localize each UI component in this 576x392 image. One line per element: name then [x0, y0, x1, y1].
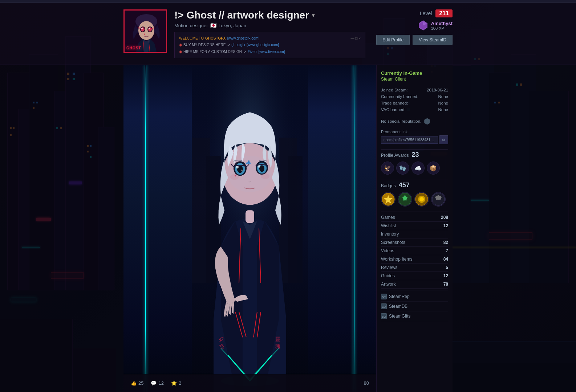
badges-row: [381, 192, 448, 207]
games-value: 208: [441, 215, 448, 220]
steamgifts-link[interactable]: SG SteamGifts: [381, 311, 448, 321]
artwork-row[interactable]: Artwork 78: [381, 280, 448, 289]
xp-value: 100 XP: [431, 26, 453, 30]
awards-row: 🦅 🧤 ☁️ 📦: [381, 162, 448, 175]
badges-label: Badges: [381, 183, 396, 188]
artwork-comments: 💬 12: [151, 380, 163, 386]
reputation-text: No special reputation.: [381, 119, 421, 123]
divider-4: [381, 290, 448, 290]
view-steamid-button[interactable]: View SteamID: [413, 35, 453, 45]
more-count: + 80: [360, 380, 369, 386]
inventory-row[interactable]: Inventory: [381, 230, 448, 238]
top-bar: [0, 0, 576, 3]
trade-value: None: [424, 100, 448, 106]
steamdb-link[interactable]: SD SteamDB: [381, 302, 448, 311]
neon-frame-left: [145, 65, 146, 392]
avatar-image: GHOST: [125, 11, 166, 52]
vac-ban-row: VAC banned: None: [381, 106, 448, 113]
svg-rect-30: [246, 211, 254, 223]
profile-header: GHOST !> Ghost // artwork designer ▾ Mot…: [0, 3, 576, 65]
videos-row[interactable]: Videos 7: [381, 247, 448, 255]
profile-subtitle: Motion designer 🇯🇵 Tokyo, Japan: [174, 23, 365, 28]
like-icon: 👍: [131, 380, 137, 386]
edit-profile-button[interactable]: Edit Profile: [376, 35, 410, 45]
badge-icon-2[interactable]: [398, 192, 412, 207]
profile-stats-table: Joined Steam: 2018-06-21 Community banne…: [381, 87, 448, 113]
divider-1: [381, 149, 448, 150]
badge-icon-1[interactable]: [381, 192, 396, 207]
xp-gem-group: [419, 20, 427, 30]
vac-value: None: [424, 106, 448, 113]
amethyst-gem-icon: [419, 20, 427, 30]
profile-bio: WELCOME TO GHOSTGFX [www.ghostgfx.com] —…: [174, 32, 365, 58]
shield-icon: [424, 118, 430, 124]
artwork-more: + 80: [360, 380, 369, 386]
badge-icon-4[interactable]: [431, 192, 446, 207]
bio-welcome-label: WELCOME TO: [179, 35, 204, 41]
reviews-label: Reviews: [381, 265, 397, 270]
badge-icon-3[interactable]: [414, 192, 429, 207]
bio-hire-label: HIRE ME FOR A CUSTOM DESIGN ->: [183, 49, 246, 55]
profile-awards-header: Profile Awards 23: [381, 151, 448, 159]
bio-line-hire: ◆ HIRE ME FOR A CUSTOM DESIGN -> Fiverr …: [179, 48, 361, 55]
badges-count: 457: [399, 181, 410, 189]
guides-value: 12: [443, 273, 448, 278]
workshop-row[interactable]: Workshop Items 84: [381, 255, 448, 264]
level-section: Level 211 Amethyst 100 XP Edit Profile: [373, 9, 453, 45]
steamgifts-icon: SG: [381, 313, 387, 319]
anime-character-svg: 妖 怪 霊 魂: [192, 65, 308, 392]
wishlist-row[interactable]: Wishlist 12: [381, 222, 448, 230]
svg-point-57: [419, 197, 424, 201]
guides-label: Guides: [381, 273, 395, 278]
steamrep-link[interactable]: SR SteamRep: [381, 292, 448, 302]
copy-link-button[interactable]: ⧉: [439, 135, 448, 144]
bio-buy-label: BUY MY DESIGNS HERE ->: [183, 42, 230, 48]
bio-arrow1: ◆: [179, 41, 182, 48]
fav-icon: ⭐: [171, 380, 177, 386]
dropdown-arrow-icon[interactable]: ▾: [312, 12, 315, 18]
svg-point-12: [144, 34, 145, 35]
xp-name: Amethyst: [431, 21, 453, 26]
trade-ban-row: Trade banned: None: [381, 100, 448, 106]
joined-label: Joined Steam:: [381, 87, 424, 93]
community-value: None: [424, 93, 448, 100]
artwork-section: 妖 怪 霊 魂 👍 25 💬 12: [123, 65, 376, 392]
xp-info: Amethyst 100 XP: [431, 21, 453, 30]
bio-buy-link: [www.ghostgfx.com]: [247, 42, 279, 48]
steamrep-icon: SR: [381, 294, 387, 299]
guides-row[interactable]: Guides 12: [381, 272, 448, 280]
screenshots-row[interactable]: Screenshots 82: [381, 238, 448, 247]
community-ban-row: Community banned: None: [381, 93, 448, 100]
award-icon-1[interactable]: 🦅: [381, 162, 394, 175]
award-icon-2[interactable]: 🧤: [396, 162, 409, 175]
steamrep-label: SteamRep: [389, 294, 410, 299]
in-game-game: Steam Client: [381, 77, 448, 82]
award-icon-3[interactable]: ☁️: [411, 162, 425, 175]
permanent-link-input[interactable]: [381, 136, 438, 144]
vac-label: VAC banned:: [381, 106, 424, 113]
artwork-value: 78: [443, 282, 448, 287]
svg-text:SD: SD: [382, 305, 386, 309]
awards-count: 23: [411, 151, 419, 159]
level-label: Level: [420, 11, 432, 16]
steamgifts-label: SteamGifts: [389, 314, 410, 319]
avatar-ghost-label: GHOST: [126, 46, 141, 50]
wishlist-label: Wishlist: [381, 223, 396, 228]
svg-text:霊: 霊: [275, 336, 280, 342]
reviews-row[interactable]: Reviews 5: [381, 264, 448, 272]
games-row[interactable]: Games 208: [381, 213, 448, 222]
likes-count: 25: [138, 380, 143, 386]
steamdb-icon: SD: [381, 303, 387, 309]
svg-point-7: [148, 27, 152, 32]
steamdb-label: SteamDB: [389, 304, 407, 309]
svg-text:SR: SR: [382, 295, 386, 299]
joined-value: 2018-06-21: [424, 87, 448, 93]
subtitle-text: Motion designer: [174, 23, 208, 28]
svg-point-8: [141, 28, 143, 29]
wishlist-value: 12: [443, 223, 448, 228]
award-icon-4[interactable]: 📦: [427, 162, 440, 175]
svg-text:魂: 魂: [275, 344, 280, 350]
games-label: Games: [381, 215, 395, 220]
divider-2: [381, 180, 448, 180]
screenshots-value: 82: [443, 240, 448, 245]
